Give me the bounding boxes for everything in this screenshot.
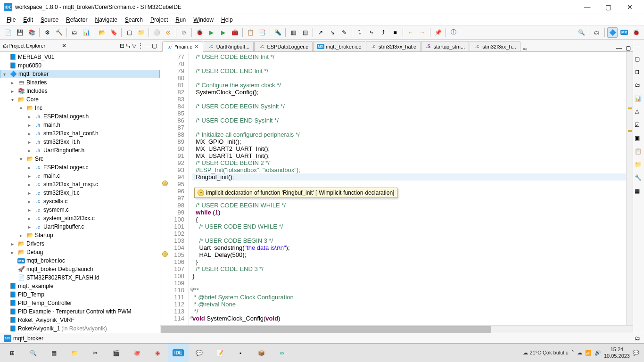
profile-button[interactable]: 📋 (245, 27, 256, 38)
problems-view-button[interactable]: ⚠ (635, 108, 643, 117)
swo-view-button[interactable]: 📊 (635, 95, 643, 104)
tree-item[interactable]: 📘RoketAviyonik_1(in RoketAviyonik) (0, 324, 160, 333)
tree-twisty-icon[interactable]: ▸ (28, 140, 33, 145)
tree-twisty-icon[interactable]: ▸ (28, 123, 33, 128)
tree-item[interactable]: ▸.cmain.c (0, 172, 160, 180)
debug-button[interactable]: 🐞 (194, 27, 205, 38)
tree-item[interactable]: 📘PID_Temp (0, 290, 160, 299)
tree-twisty-icon[interactable]: ▸ (28, 199, 33, 204)
tree-item[interactable]: ▾📂Core (0, 95, 160, 104)
debug-config-button[interactable]: ⊘ (179, 27, 189, 38)
build-target-button[interactable]: ⚪ (151, 27, 162, 38)
tree-item[interactable]: ▸.csysmem.c (0, 206, 160, 214)
save-button[interactable]: 💾 (15, 27, 25, 38)
build-analyzer-view-button[interactable]: 🔧 (635, 174, 643, 183)
quick-access-search[interactable]: 🔍 (576, 27, 586, 38)
editor-tab[interactable]: .cUartRingbuff... (204, 41, 254, 51)
editor-tab[interactable]: .cstm32f3xx_hal.c (366, 41, 420, 51)
start-button[interactable]: ⊞ (2, 344, 23, 362)
explorer-tree[interactable]: 📘MERLAB_V01📘mpu6050▾🔷mqtt_broker▸🗃Binari… (0, 52, 160, 333)
volume-tray-icon[interactable]: 🔊 (594, 350, 601, 356)
tree-twisty-icon[interactable]: ▸ (11, 80, 16, 85)
tab-close-button[interactable]: ✕ (194, 43, 199, 50)
overview-ruler[interactable] (626, 52, 633, 325)
terminate-button[interactable]: ■ (390, 27, 400, 38)
tree-twisty-icon[interactable]: ▸ (28, 114, 33, 119)
collapse-all-button[interactable]: ⊟ (120, 42, 124, 49)
perspective-debug-button[interactable]: 🐞 (631, 27, 641, 38)
perspective-mx-button[interactable]: MX (619, 27, 629, 38)
tree-twisty-icon[interactable]: ▸ (28, 224, 33, 230)
minimize-strip-button[interactable]: — (635, 42, 643, 51)
tree-twisty-icon[interactable]: ▸ (11, 89, 16, 94)
properties-view-button[interactable]: 📋 (635, 148, 643, 156)
editor-tab[interactable]: .Sstartup_stm... (421, 41, 470, 51)
menu-search[interactable]: Search (121, 15, 147, 25)
tree-twisty-icon[interactable]: ▸ (20, 233, 25, 238)
menu-file[interactable]: File (3, 15, 19, 25)
tree-twisty-icon[interactable]: ▸ (28, 182, 33, 187)
build-targets-view-button[interactable]: 🗂 (635, 82, 643, 90)
file-explorer-taskbar[interactable]: 📁 (64, 344, 85, 362)
tree-item[interactable]: ▸.hESPDataLogger.h (0, 112, 160, 121)
memory-view-button[interactable]: ▦ (635, 188, 643, 196)
step-into-button[interactable]: ⤵ (355, 27, 365, 38)
system-tray[interactable]: ☁ 21°C Çok bulutlu ˄ ☁ 📶 🔊 15:24 10.05.2… (523, 346, 642, 359)
board-button[interactable]: 📊 (81, 27, 91, 38)
skip-build-button[interactable]: ⊘ (163, 27, 173, 38)
tree-item[interactable]: 📄STM32F302R8TX_FLASH.ld (0, 273, 160, 282)
restore-strip-button[interactable]: ▢ (635, 56, 643, 64)
stm32cubeide-taskbar[interactable]: IDE (168, 344, 189, 362)
mark-outline-button[interactable]: ▦ (288, 27, 298, 38)
tree-item[interactable]: 📘MERLAB_V01 (0, 53, 160, 61)
tree-item[interactable]: ▾📂Inc (0, 104, 160, 112)
tree-item[interactable]: ▸.cUartRingbuffer.c (0, 222, 160, 231)
info-button[interactable]: ⓘ (448, 27, 459, 38)
tree-twisty-icon[interactable]: ▸ (28, 165, 33, 170)
minimize-view-button[interactable]: — (145, 42, 150, 49)
editor-tab[interactable]: .cstm32f3xx_h... (470, 41, 520, 51)
search-button[interactable]: 🔦 (272, 27, 283, 38)
close-button[interactable]: ✕ (619, 0, 640, 14)
menu-navigate[interactable]: Navigate (91, 15, 121, 25)
open-element-button[interactable]: 📂 (97, 27, 107, 38)
previous-annotation-button[interactable]: ↗ (315, 27, 326, 38)
tree-twisty-icon[interactable]: ▸ (28, 131, 33, 136)
toggle-mark-button[interactable]: 🔖 (108, 27, 119, 38)
tree-item[interactable]: ▸.hstm32f3xx_hal_conf.h (0, 129, 160, 138)
new-cpp-class-button[interactable]: ▢ (124, 27, 134, 38)
tree-item[interactable]: ▸.cESPDataLogger.c (0, 163, 160, 172)
tree-twisty-icon[interactable]: ▸ (28, 173, 33, 179)
editor-tab[interactable]: .cESPDataLogger.c (254, 41, 312, 51)
tree-item[interactable]: ▾🔷mqtt_broker (0, 70, 160, 78)
tree-item[interactable]: ▸📂Debug (0, 248, 160, 256)
editor-minimize-button[interactable]: — (614, 45, 624, 51)
back-button[interactable]: ← (405, 27, 416, 38)
overview-warning-mark[interactable] (628, 107, 632, 109)
tree-item[interactable]: ▸📂Startup (0, 231, 160, 239)
maximize-view-button[interactable]: ▢ (152, 42, 157, 49)
forward-button[interactable]: → (417, 27, 428, 38)
tree-twisty-icon[interactable]: ▾ (20, 106, 25, 111)
save-all-button[interactable]: 📚 (26, 27, 37, 38)
snipping-tool-taskbar[interactable]: ✂ (85, 344, 106, 362)
tree-item[interactable]: 🚀mqtt_broker Debug.launch (0, 265, 160, 273)
new-button[interactable]: 📄 (3, 27, 13, 38)
tree-item[interactable]: ▸.hUartRingbuffer.h (0, 146, 160, 155)
winrar-taskbar[interactable]: 📦 (251, 344, 272, 362)
tree-item[interactable]: ▸🗃Binaries (0, 78, 160, 87)
maximize-button[interactable]: ▢ (598, 0, 619, 14)
tabs-overflow-button[interactable]: »₈ (521, 46, 529, 51)
tree-item[interactable]: ▸.csystem_stm32f3xx.c (0, 214, 160, 222)
filter-button[interactable]: ▽ (132, 42, 136, 49)
tree-item[interactable]: ▸.hmain.h (0, 121, 160, 129)
notepad-taskbar[interactable]: 📝 (209, 344, 230, 362)
tree-twisty-icon[interactable]: ▾ (11, 97, 16, 102)
slack-taskbar[interactable]: 💬 (189, 344, 209, 362)
menu-run[interactable]: Run (172, 15, 190, 25)
outline-view-button[interactable]: 🗒 (635, 69, 643, 77)
perspective-c-button[interactable]: 🔷 (607, 27, 618, 38)
new-source-folder-button[interactable]: 📁 (136, 27, 146, 38)
menu-help[interactable]: Help (217, 15, 237, 25)
tree-item[interactable]: ▸.csyscalls.c (0, 197, 160, 206)
